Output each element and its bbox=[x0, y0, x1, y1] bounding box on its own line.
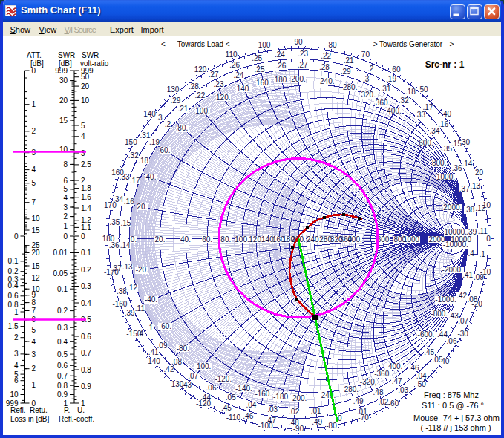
svg-text:-320.: -320. bbox=[360, 378, 377, 386]
svg-text:400.: 400. bbox=[347, 235, 361, 243]
svg-text:800.: 800. bbox=[432, 159, 446, 167]
svg-text:.3: .3 bbox=[363, 75, 370, 83]
svg-text:.42: .42 bbox=[456, 292, 467, 300]
svg-text:6: 6 bbox=[14, 376, 19, 385]
svg-text:.48: .48 bbox=[289, 419, 299, 427]
svg-text:0.2: 0.2 bbox=[57, 307, 68, 315]
svg-text:.19: .19 bbox=[149, 138, 160, 146]
svg-text:0.6: 0.6 bbox=[57, 362, 68, 370]
svg-text:-60.: -60. bbox=[159, 322, 171, 330]
svg-text:[dB]: [dB] bbox=[59, 59, 72, 68]
svg-text:30: 30 bbox=[462, 138, 471, 146]
svg-text:50: 50 bbox=[81, 73, 90, 81]
svg-text:8: 8 bbox=[32, 298, 36, 307]
svg-text:-160.: -160. bbox=[255, 390, 272, 398]
svg-text:Mouse -74 + j 57.3 ohm: Mouse -74 + j 57.3 ohm bbox=[413, 414, 500, 422]
svg-text:-120.: -120. bbox=[215, 375, 232, 383]
svg-text:--> Towards Generator -->: --> Towards Generator --> bbox=[368, 40, 454, 48]
svg-text:.49: .49 bbox=[312, 418, 322, 426]
svg-text:4: 4 bbox=[32, 338, 36, 346]
svg-text:-40.: -40. bbox=[145, 295, 157, 304]
svg-text:15: 15 bbox=[59, 117, 68, 125]
svg-text:15: 15 bbox=[32, 226, 41, 235]
svg-text:0.9: 0.9 bbox=[57, 390, 68, 399]
svg-text:.34: .34 bbox=[113, 195, 123, 203]
svg-text:7: 7 bbox=[32, 198, 36, 206]
svg-text:.26: .26 bbox=[229, 61, 240, 69]
svg-text:2: 2 bbox=[32, 365, 36, 373]
svg-text:.15: .15 bbox=[451, 140, 462, 148]
svg-text:Refl.-coeff.: Refl.-coeff. bbox=[59, 415, 94, 423]
svg-text:.23: .23 bbox=[214, 80, 224, 88]
svg-text:.44: .44 bbox=[200, 393, 211, 402]
svg-text:5: 5 bbox=[63, 185, 68, 193]
svg-text:4: 4 bbox=[81, 132, 85, 140]
svg-text:.39: .39 bbox=[125, 309, 135, 317]
svg-text:80: 80 bbox=[328, 41, 337, 49]
svg-text:.43: .43 bbox=[181, 381, 192, 389]
svg-text:.07: .07 bbox=[188, 372, 198, 380]
svg-text:4: 4 bbox=[32, 166, 36, 174]
svg-text:1000.: 1000. bbox=[436, 173, 455, 181]
svg-text:120: 120 bbox=[194, 65, 207, 73]
svg-text:100.: 100. bbox=[195, 107, 209, 115]
svg-text:60.: 60. bbox=[202, 235, 212, 243]
svg-text:0.6: 0.6 bbox=[81, 333, 91, 341]
svg-text:0.4: 0.4 bbox=[8, 281, 19, 290]
svg-text:.01: .01 bbox=[357, 408, 367, 416]
svg-text:.49: .49 bbox=[353, 397, 364, 405]
svg-text:.43: .43 bbox=[448, 312, 459, 320]
svg-text:6: 6 bbox=[63, 177, 68, 185]
svg-text:40: 40 bbox=[443, 110, 452, 118]
svg-text:30: 30 bbox=[59, 76, 68, 85]
svg-text:-60: -60 bbox=[388, 399, 399, 408]
svg-text:0.7: 0.7 bbox=[57, 372, 68, 380]
svg-text:400.: 400. bbox=[387, 107, 401, 115]
svg-text:0.5: 0.5 bbox=[57, 350, 68, 359]
svg-text:.21: .21 bbox=[177, 105, 188, 113]
svg-text:.36: .36 bbox=[452, 164, 462, 172]
svg-text:.38: .38 bbox=[117, 287, 127, 295]
svg-text:.24: .24 bbox=[233, 71, 243, 79]
svg-text:0.7: 0.7 bbox=[81, 349, 91, 357]
svg-text:.04: .04 bbox=[246, 401, 256, 409]
svg-text:.06: .06 bbox=[206, 384, 217, 392]
svg-text:.35: .35 bbox=[442, 145, 452, 153]
svg-text:.17: .17 bbox=[423, 103, 433, 111]
svg-text:1.8: 1.8 bbox=[81, 184, 91, 192]
svg-text:.46: .46 bbox=[243, 412, 253, 420]
svg-text:-360.: -360. bbox=[374, 370, 391, 378]
svg-text:.2: .2 bbox=[367, 65, 374, 73]
svg-text:20: 20 bbox=[81, 82, 90, 91]
svg-text:0.3: 0.3 bbox=[57, 324, 68, 332]
svg-text:.05: .05 bbox=[433, 356, 443, 364]
svg-text:.22: .22 bbox=[321, 52, 331, 60]
svg-text:U.: U. bbox=[77, 406, 85, 414]
svg-text:.13: .13 bbox=[122, 263, 133, 271]
svg-text:160.: 160. bbox=[256, 79, 270, 87]
svg-text:.15: .15 bbox=[120, 219, 131, 227]
svg-text:.46: .46 bbox=[409, 364, 419, 372]
svg-text:2000.: 2000. bbox=[443, 203, 462, 212]
svg-text:100.: 100. bbox=[235, 235, 249, 243]
svg-text:5: 5 bbox=[81, 122, 85, 130]
svg-text:1.1: 1.1 bbox=[81, 223, 91, 232]
svg-text:.24: .24 bbox=[275, 50, 285, 59]
svg-text:150: 150 bbox=[125, 138, 137, 146]
svg-text:140: 140 bbox=[143, 110, 156, 118]
svg-text:80.: 80. bbox=[177, 124, 188, 132]
svg-text:.37: .37 bbox=[459, 185, 470, 193]
svg-text:.41: .41 bbox=[462, 271, 473, 279]
svg-text:<---- Towards Load <----: <---- Towards Load <---- bbox=[161, 40, 240, 48]
svg-text:.36: .36 bbox=[109, 241, 120, 249]
svg-text:-50: -50 bbox=[415, 380, 426, 388]
svg-text:Retu.: Retu. bbox=[30, 406, 48, 414]
svg-text:0: 0 bbox=[81, 232, 85, 241]
svg-text:.12: .12 bbox=[127, 284, 137, 292]
svg-text:-140.: -140. bbox=[235, 385, 252, 393]
svg-text:2: 2 bbox=[81, 177, 85, 185]
svg-text:1.4: 1.4 bbox=[81, 204, 91, 212]
svg-text:0.05: 0.05 bbox=[53, 269, 68, 278]
svg-text:7: 7 bbox=[32, 307, 36, 315]
svg-text:SWR: SWR bbox=[82, 51, 99, 59]
